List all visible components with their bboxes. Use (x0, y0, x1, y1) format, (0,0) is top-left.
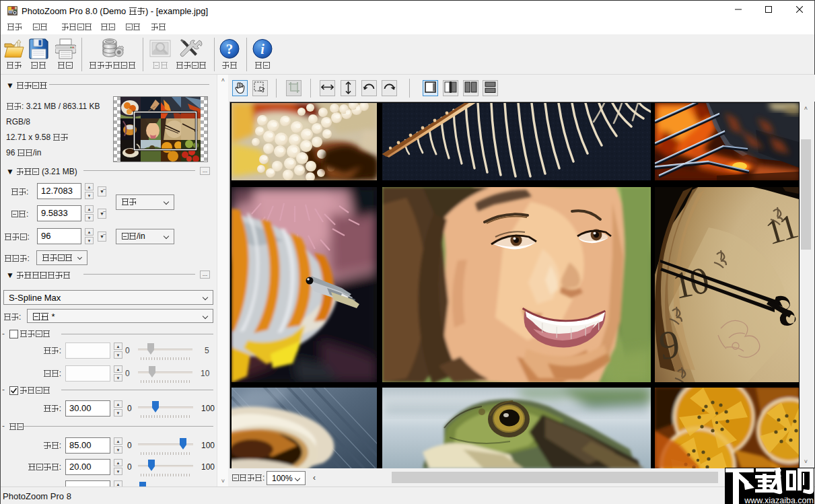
svg-text:?: ? (226, 41, 234, 57)
svg-text:www.xiazaiba.com: www.xiazaiba.com (744, 496, 814, 504)
svg-text:i: i (260, 42, 264, 57)
